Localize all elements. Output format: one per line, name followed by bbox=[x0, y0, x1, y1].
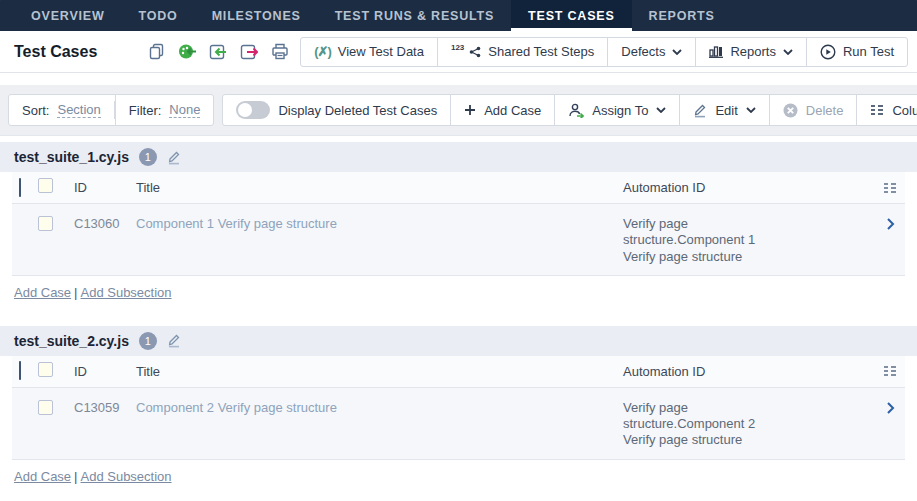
add-case-button[interactable]: Add Case bbox=[450, 95, 554, 125]
column-header-automation-id[interactable]: Automation ID bbox=[623, 180, 875, 195]
deleted-toggle-control: Display Deleted Test Cases bbox=[223, 95, 450, 125]
reports-dropdown[interactable]: Reports bbox=[695, 38, 806, 66]
add-case-link[interactable]: Add Case bbox=[14, 285, 71, 300]
toolbar: Sort: Section Filter: None Display Delet… bbox=[0, 85, 917, 136]
import-icon[interactable] bbox=[208, 42, 228, 62]
display-deleted-toggle[interactable] bbox=[236, 101, 270, 119]
columns-icon bbox=[870, 104, 884, 116]
link-separator: | bbox=[74, 285, 77, 300]
select-all-indicator-icon[interactable] bbox=[19, 361, 21, 380]
cases-table: ID Title Automation ID C13060 Component … bbox=[12, 172, 905, 276]
header-button-group: (✗) View Test Data 123 Shared Test Steps… bbox=[300, 37, 908, 67]
filter-value-link[interactable]: None bbox=[169, 102, 200, 118]
add-subsection-link[interactable]: Add Subsection bbox=[80, 285, 171, 300]
delete-button[interactable]: Delete bbox=[769, 95, 857, 125]
play-icon bbox=[820, 44, 836, 60]
section-header: test_suite_1.cy.js 1 bbox=[0, 142, 917, 172]
share-icon bbox=[469, 46, 481, 58]
sort-value-link[interactable]: Section bbox=[57, 102, 100, 118]
section-footer-links: Add Case|Add Subsection bbox=[0, 276, 917, 300]
column-config-icon[interactable] bbox=[875, 182, 905, 194]
case-count-badge[interactable]: 1 bbox=[139, 332, 157, 350]
column-header-automation-id[interactable]: Automation ID bbox=[623, 364, 875, 379]
table-row[interactable]: C13059 Component 2 Verify page structure… bbox=[12, 388, 905, 460]
case-title-link[interactable]: Component 1 Verify page structure bbox=[136, 216, 623, 231]
section-header: test_suite_2.cy.js 1 bbox=[0, 326, 917, 356]
shared-test-steps-button[interactable]: 123 Shared Test Steps bbox=[437, 38, 607, 66]
section-name: test_suite_2.cy.js bbox=[14, 333, 129, 349]
case-id: C13060 bbox=[74, 216, 136, 231]
filter-control: Filter: None bbox=[115, 95, 214, 125]
sort-control: Sort: Section bbox=[9, 95, 114, 125]
table-header-row: ID Title Automation ID bbox=[12, 356, 905, 388]
toggle-knob bbox=[238, 103, 252, 117]
section-footer-links: Add Case|Add Subsection bbox=[0, 460, 917, 484]
row-checkbox[interactable] bbox=[38, 400, 53, 415]
xml-import-icon[interactable] bbox=[177, 42, 197, 62]
header-icon-strip bbox=[146, 42, 290, 62]
sort-filter-group: Sort: Section Filter: None bbox=[8, 94, 214, 126]
row-checkbox[interactable] bbox=[38, 216, 53, 231]
plus-icon bbox=[464, 104, 476, 116]
export-icon[interactable] bbox=[239, 42, 259, 62]
spacer bbox=[0, 73, 917, 85]
select-all-checkbox[interactable] bbox=[38, 178, 53, 193]
shared-test-steps-icon: 123 bbox=[451, 43, 464, 52]
section-name: test_suite_1.cy.js bbox=[14, 149, 129, 165]
chevron-down-icon bbox=[656, 107, 666, 113]
select-all-indicator-icon[interactable] bbox=[19, 178, 21, 197]
add-case-link[interactable]: Add Case bbox=[14, 469, 71, 484]
column-header-id[interactable]: ID bbox=[74, 180, 136, 195]
case-automation-id: Verify page structure.Component 1 Verify… bbox=[623, 216, 783, 265]
defects-dropdown[interactable]: Defects bbox=[607, 38, 695, 66]
filter-label: Filter: bbox=[129, 103, 162, 118]
cases-table: ID Title Automation ID C13059 Component … bbox=[12, 356, 905, 460]
case-automation-id: Verify page structure.Component 2 Verify… bbox=[623, 400, 783, 449]
view-test-data-icon: (✗) bbox=[314, 44, 331, 59]
table-row[interactable]: C13060 Component 1 Verify page structure… bbox=[12, 204, 905, 276]
nav-tab-milestones[interactable]: MILESTONES bbox=[195, 0, 318, 31]
nav-tab-overview[interactable]: OVERVIEW bbox=[14, 0, 122, 31]
top-navigation: OVERVIEW TODO MILESTONES TEST RUNS & RES… bbox=[0, 0, 917, 31]
chevron-down-icon bbox=[672, 49, 682, 55]
case-count-badge[interactable]: 1 bbox=[139, 148, 157, 166]
chevron-down-icon bbox=[746, 107, 756, 113]
row-chevron-right-icon[interactable] bbox=[875, 216, 905, 230]
select-all-checkbox[interactable] bbox=[38, 362, 53, 377]
columns-button[interactable]: Columns bbox=[856, 95, 917, 125]
page-header: Test Cases (✗) View Test Data 123 Shared… bbox=[0, 31, 917, 73]
column-header-id[interactable]: ID bbox=[74, 364, 136, 379]
column-header-title[interactable]: Title bbox=[136, 180, 623, 195]
table-header-row: ID Title Automation ID bbox=[12, 172, 905, 204]
spacer bbox=[0, 300, 917, 320]
row-chevron-right-icon[interactable] bbox=[875, 400, 905, 414]
link-separator: | bbox=[74, 469, 77, 484]
assign-user-icon bbox=[568, 103, 584, 118]
view-test-data-button[interactable]: (✗) View Test Data bbox=[301, 38, 437, 66]
run-test-button[interactable]: Run Test bbox=[806, 38, 907, 66]
page-title: Test Cases bbox=[14, 43, 97, 61]
chevron-down-icon bbox=[783, 49, 793, 55]
delete-icon bbox=[783, 103, 798, 118]
section-edit-pencil-icon[interactable] bbox=[167, 150, 181, 165]
edit-dropdown[interactable]: Edit bbox=[679, 95, 768, 125]
column-header-title[interactable]: Title bbox=[136, 364, 623, 379]
nav-tab-todo[interactable]: TODO bbox=[122, 0, 195, 31]
copy-icon[interactable] bbox=[146, 42, 166, 62]
nav-tab-test-cases[interactable]: TEST CASES bbox=[511, 0, 632, 31]
column-config-icon[interactable] bbox=[875, 365, 905, 377]
print-icon[interactable] bbox=[270, 42, 290, 62]
actions-group: Display Deleted Test Cases Add Case Assi… bbox=[222, 94, 917, 126]
nav-tab-test-runs-results[interactable]: TEST RUNS & RESULTS bbox=[318, 0, 511, 31]
case-title-link[interactable]: Component 2 Verify page structure bbox=[136, 400, 623, 415]
case-id: C13059 bbox=[74, 400, 136, 415]
nav-tab-reports[interactable]: REPORTS bbox=[632, 0, 732, 31]
sort-label: Sort: bbox=[22, 103, 49, 118]
edit-pencil-icon bbox=[693, 103, 707, 118]
assign-to-dropdown[interactable]: Assign To bbox=[554, 95, 679, 125]
add-subsection-link[interactable]: Add Subsection bbox=[80, 469, 171, 484]
deleted-toggle-label: Display Deleted Test Cases bbox=[278, 103, 437, 118]
bar-chart-icon bbox=[709, 45, 723, 58]
section-edit-pencil-icon[interactable] bbox=[167, 333, 181, 348]
